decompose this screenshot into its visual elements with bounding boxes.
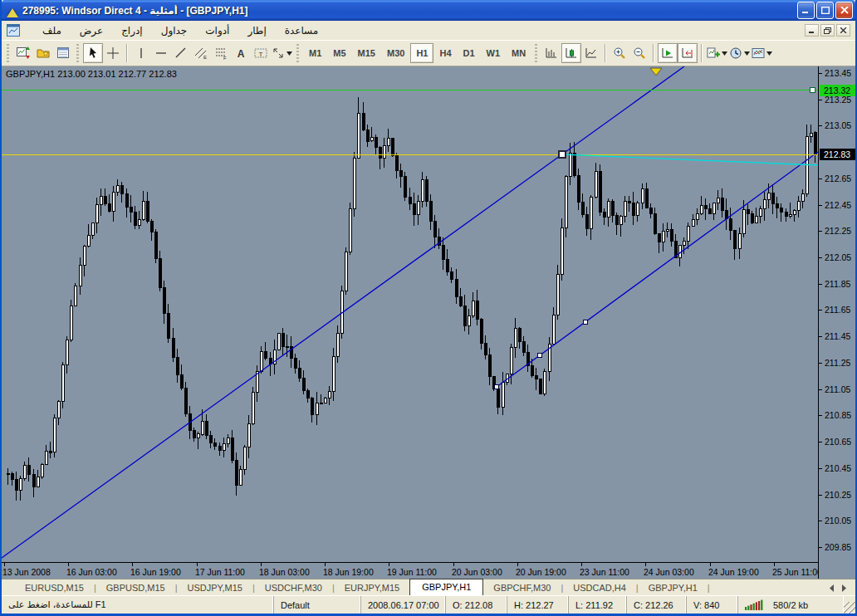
toolbar-grip [535, 44, 537, 62]
menu-item-1[interactable]: عرض [71, 22, 112, 39]
horizontal-line-icon [154, 46, 168, 60]
price-tick [819, 547, 822, 548]
tf-m5-button[interactable]: M5 [327, 43, 351, 63]
fibonacci-button[interactable]: F [211, 43, 231, 63]
periods-button[interactable] [728, 43, 751, 63]
price-label: 212.45 [825, 200, 851, 210]
auto-scroll-icon [661, 46, 674, 60]
equidistant-channel-button[interactable]: E [191, 43, 211, 63]
chart-tab-usdjpy-m15[interactable]: USDJPY,M15 [178, 580, 252, 595]
trendline-button[interactable] [171, 43, 191, 63]
toolbar-separator [701, 44, 703, 62]
tf-h4-button[interactable]: H4 [433, 43, 457, 63]
tf-mn-button[interactable]: MN [506, 43, 531, 63]
price-tick [819, 468, 822, 469]
chart-plot[interactable] [2, 66, 818, 562]
zoom-in-button[interactable] [610, 43, 629, 63]
svg-text:A: A [238, 48, 245, 60]
price-label: 210.25 [825, 490, 851, 500]
zoom-out-button[interactable] [629, 43, 649, 63]
time-label: 18 Jun 19:00 [323, 567, 374, 577]
fibonacci-icon: F [214, 46, 228, 60]
svg-text:E: E [203, 55, 207, 60]
price-label: 211.25 [825, 358, 850, 368]
price-axis[interactable]: 213.45213.25213.05212.65212.45212.25212.… [818, 66, 855, 579]
chart-tab-eurjpy-m15[interactable]: EURJPY,M15 [335, 580, 409, 595]
toolbar-grip [7, 44, 9, 62]
new-chart-button[interactable] [13, 43, 33, 63]
time-label: 16 Jun 03:00 [66, 567, 117, 577]
menu-item-5[interactable]: إطار [238, 22, 275, 39]
close-button[interactable] [835, 2, 853, 19]
window-title: 278995: Windsor Direct 4 - أمثلية - [GBP… [22, 5, 797, 17]
price-label: 210.05 [825, 516, 851, 526]
time-label: 13 Jun 2008 [2, 567, 51, 577]
chart-tab-gbpjpy-h1[interactable]: GBPJPY,H1 [409, 579, 483, 595]
time-tick [68, 563, 69, 566]
window-resize-grip[interactable] [844, 602, 855, 614]
text-button[interactable]: A [231, 43, 251, 63]
price-tick [819, 125, 822, 126]
menu-item-4[interactable]: أدوات [196, 22, 238, 39]
chart-tab-gbpjpy-h1[interactable]: GBPJPY,H1 [639, 580, 708, 595]
tab-scroll-left-icon[interactable] [829, 584, 835, 592]
price-label: 210.45 [825, 463, 851, 473]
mdi-restore-button[interactable] [820, 24, 835, 37]
tf-h1-button[interactable]: H1 [410, 43, 433, 63]
indicators-button[interactable] [706, 43, 728, 63]
cursor-button[interactable] [83, 43, 103, 63]
chart-region: GBPJPY,H1 213.00 213.01 212.77 212.83 21… [2, 66, 855, 579]
title-bar[interactable]: 278995: Windsor Direct 4 - أمثلية - [GBP… [2, 0, 855, 21]
price-badge: 212.83 [820, 149, 855, 160]
menu-item-0[interactable]: ملف [33, 22, 71, 39]
auto-scroll-button[interactable] [658, 43, 678, 63]
line-chart-button[interactable] [581, 43, 601, 63]
menu-item-2[interactable]: إدراج [112, 22, 152, 39]
tf-m1-button[interactable]: M1 [303, 43, 327, 63]
price-tick [819, 257, 822, 258]
tf-d1-button[interactable]: D1 [458, 43, 481, 63]
chart-tab-bar: EURUSD,M15|GBPUSD,M15|USDJPY,M15|USDCHF,… [2, 579, 855, 595]
mdi-close-button[interactable] [836, 24, 850, 37]
app-logo-icon [5, 4, 19, 17]
menu-item-6[interactable]: مساعدة [276, 22, 328, 39]
time-tick [517, 563, 518, 566]
price-label: 211.45 [825, 331, 850, 341]
tf-m30-button[interactable]: M30 [381, 43, 410, 63]
mdi-minimize-button[interactable] [805, 24, 819, 37]
crosshair-button[interactable] [103, 43, 123, 63]
tf-w1-button[interactable]: W1 [481, 43, 507, 63]
chart-shift-button[interactable] [678, 43, 698, 63]
application-window: 278995: Windsor Direct 4 - أمثلية - [GBP… [0, 0, 857, 616]
time-axis[interactable]: 13 Jun 200816 Jun 03:0016 Jun 19:0017 Ju… [2, 562, 818, 579]
trendline-icon [174, 46, 188, 60]
tab-scroll-right-icon[interactable] [841, 584, 847, 592]
minimize-button[interactable] [797, 2, 815, 19]
menu-item-3[interactable]: جداول [152, 22, 197, 39]
arrows-button[interactable] [271, 43, 293, 63]
toolbar-grip [76, 44, 79, 62]
templates-icon [752, 46, 765, 60]
time-label: 19 Jun 11:00 [387, 567, 437, 577]
new-chart-icon [17, 46, 30, 60]
candlestick-chart-button[interactable] [561, 43, 581, 63]
maximize-button[interactable] [816, 2, 834, 19]
market-watch-button[interactable] [53, 43, 73, 63]
time-tick [261, 563, 262, 566]
profiles-button[interactable] [33, 43, 53, 63]
chart-tab-usdcad-h4[interactable]: USDCAD,H4 [563, 580, 636, 595]
chart-tab-usdchf-m30[interactable]: USDCHF,M30 [255, 580, 332, 595]
chart-tab-eurusd-m15[interactable]: EURUSD,M15 [15, 580, 94, 595]
templates-button[interactable] [751, 43, 773, 63]
chart-tab-gbpchf-m30[interactable]: GBPCHF,M30 [483, 580, 561, 595]
tf-m15-button[interactable]: M15 [352, 43, 381, 63]
text-label-button[interactable]: T [251, 43, 271, 63]
time-label: 23 Jun 11:00 [580, 567, 629, 577]
price-tick [819, 521, 822, 521]
chart-tab-gbpusd-m15[interactable]: GBPUSD,M15 [96, 580, 175, 595]
vertical-line-button[interactable] [131, 43, 151, 63]
line-chart-icon [585, 46, 598, 60]
bar-chart-button[interactable] [541, 43, 561, 63]
price-tick [819, 495, 822, 496]
horizontal-line-button[interactable] [151, 43, 171, 63]
